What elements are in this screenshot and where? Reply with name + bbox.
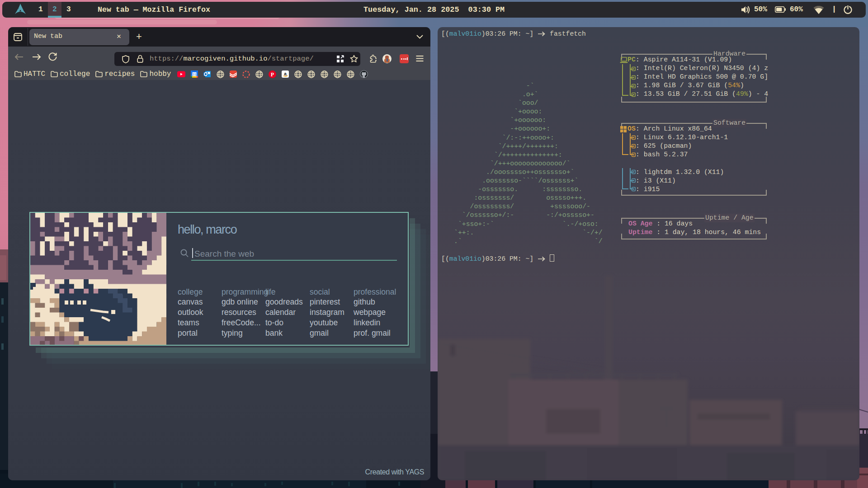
svg-text:a: a xyxy=(284,71,287,76)
svg-text:31: 31 xyxy=(193,72,197,76)
svg-text:P: P xyxy=(271,71,274,78)
